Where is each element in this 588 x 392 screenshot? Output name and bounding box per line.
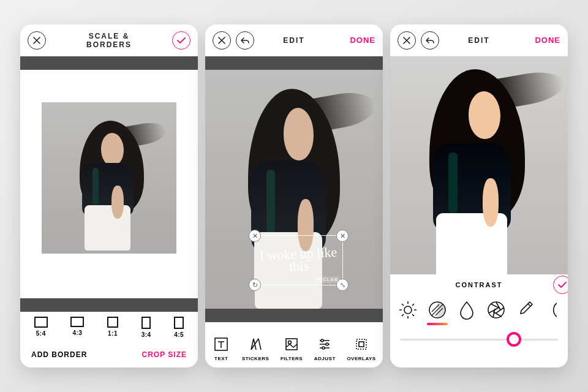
ratio-4-3[interactable]: 4:3 [70, 317, 84, 338]
partial-circle-icon [543, 300, 557, 320]
done-button[interactable]: DONE [535, 36, 560, 45]
text-icon [212, 335, 230, 353]
adjust-icon [315, 335, 334, 353]
ratio-1-1[interactable]: 1:1 [107, 317, 118, 338]
close-handle-icon[interactable]: ✕ [336, 230, 349, 242]
header: SCALE & BORDERS [20, 24, 198, 56]
adjust-contrast[interactable] [424, 297, 450, 323]
page-title: SCALE & BORDERS [69, 32, 149, 49]
rotate-handle-icon[interactable]: ↻ [249, 279, 261, 291]
ratio-icon [34, 317, 48, 328]
svg-rect-6 [356, 339, 366, 349]
top-strip [20, 56, 198, 70]
svg-point-10 [488, 302, 504, 318]
ratio-icon [70, 317, 84, 327]
sticker-selection[interactable]: I woke up like this ✕ ✕ ↻ ⤡ PICLAB [254, 235, 343, 285]
page-title: EDIT [439, 36, 519, 45]
footer-row: ADD BORDER CROP SIZE [20, 341, 198, 368]
adjust-aperture[interactable] [483, 297, 509, 323]
stickers-icon [246, 335, 265, 353]
tool-text[interactable]: TEXT [212, 335, 230, 361]
svg-point-5 [322, 347, 325, 349]
header: EDIT DONE [390, 24, 568, 56]
ratio-5-4[interactable]: 5:4 [34, 317, 48, 338]
edit-adjust-screen: EDIT DONE CONTRAST [390, 24, 568, 368]
adjust-label: CONTRAST [455, 281, 502, 288]
page-title: EDIT [254, 36, 334, 45]
canvas[interactable] [20, 70, 198, 298]
svg-point-4 [326, 343, 328, 345]
filters-icon [282, 335, 301, 353]
undo-icon[interactable] [236, 31, 254, 50]
aspect-ratio-row: 5:4 4:3 1:1 3:4 4:5 [20, 312, 198, 341]
adjust-more[interactable] [542, 297, 558, 323]
tool-stickers[interactable]: STICKERS [242, 335, 269, 361]
header: EDIT DONE [205, 24, 383, 56]
canvas[interactable]: I woke up like this ✕ ✕ ↻ ⤡ PICLAB [205, 70, 383, 309]
slider-thumb[interactable] [507, 332, 521, 347]
add-border-button[interactable]: ADD BORDER [31, 350, 87, 359]
aperture-icon [486, 300, 507, 320]
adjust-icons-row [390, 295, 568, 325]
delete-handle-icon[interactable]: ✕ [249, 230, 261, 242]
close-icon[interactable] [398, 31, 416, 50]
slider-track [400, 339, 558, 341]
brightness-icon [398, 300, 418, 320]
overlays-icon [352, 335, 371, 353]
confirm-icon[interactable] [172, 31, 190, 50]
top-strip [205, 56, 383, 70]
undo-icon[interactable] [421, 31, 439, 50]
ratio-3-4[interactable]: 3:4 [141, 317, 151, 338]
adjust-label-row: CONTRAST [390, 274, 568, 295]
close-icon[interactable] [213, 31, 231, 50]
slider[interactable] [390, 325, 568, 354]
tool-adjust[interactable]: ADJUST [314, 335, 336, 361]
svg-point-2 [288, 341, 292, 344]
canvas[interactable] [390, 56, 568, 274]
tool-row: TEXT STICKERS FILTERS ADJUST OVERLAYS [205, 322, 383, 368]
tool-filters[interactable]: FILTERS [281, 335, 303, 361]
adjust-eyedropper[interactable] [513, 297, 538, 323]
adjust-saturation[interactable] [454, 297, 480, 323]
adjust-brightness[interactable] [395, 297, 421, 323]
watermark: PICLAB [315, 276, 340, 283]
close-icon[interactable] [28, 31, 46, 50]
ratio-4-5[interactable]: 4:5 [174, 317, 184, 338]
bottom-strip [205, 309, 383, 322]
svg-rect-7 [359, 342, 364, 347]
eyedropper-icon [516, 300, 535, 320]
bottom-strip [20, 298, 198, 312]
done-button[interactable]: DONE [350, 36, 375, 45]
svg-point-3 [321, 339, 323, 342]
svg-point-8 [404, 306, 412, 314]
tool-overlays[interactable]: OVERLAYS [347, 335, 375, 361]
contrast-icon [427, 300, 448, 320]
crop-size-button[interactable]: CROP SIZE [142, 350, 187, 359]
adjust-panel: CONTRAST [390, 274, 568, 366]
photo [390, 56, 568, 274]
ratio-icon [107, 317, 118, 328]
confirm-adjust-icon[interactable] [553, 276, 568, 294]
photo [42, 102, 176, 253]
ratio-icon [141, 317, 151, 329]
svg-rect-1 [286, 339, 297, 350]
scale-borders-screen: SCALE & BORDERS 5:4 4:3 1:1 3:4 4:5 ADD … [20, 24, 198, 368]
edit-stickers-screen: EDIT DONE I woke up like this ✕ ✕ ↻ ⤡ PI… [205, 24, 383, 368]
drop-icon [458, 300, 476, 320]
ratio-icon [174, 317, 184, 329]
